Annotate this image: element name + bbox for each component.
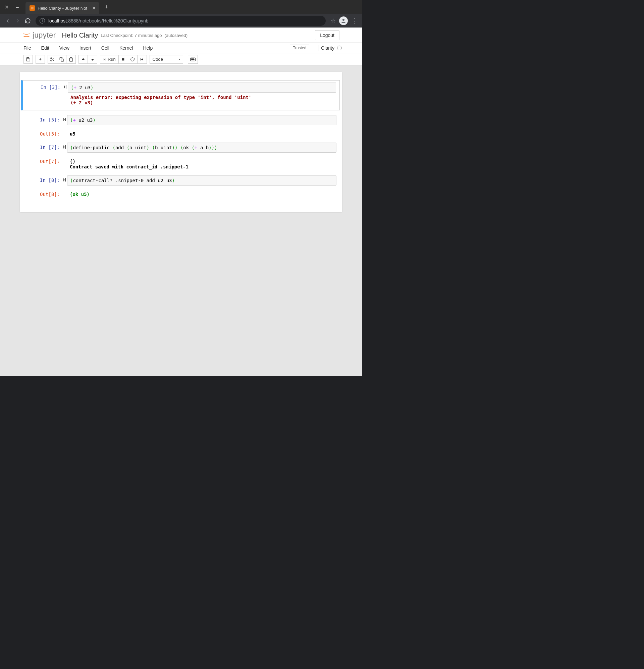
svg-line-7: [52, 58, 52, 59]
jupyter-logo-word: jupyter: [32, 31, 56, 40]
run-indicator-icon[interactable]: [63, 83, 68, 105]
run-button[interactable]: Run: [100, 55, 119, 64]
restart-run-all-button[interactable]: [138, 55, 147, 64]
interrupt-button[interactable]: [119, 55, 128, 64]
notebook-container: In [3]:(+ 2 u3)Analysis error: expecting…: [0, 66, 362, 218]
cell-output: u5: [67, 130, 337, 138]
browser-toolbar: i localhost:8888/notebooks/Hello%20Clari…: [0, 14, 362, 28]
jupyter-logo[interactable]: jupyter: [23, 31, 56, 40]
notebook: In [3]:(+ 2 u3)Analysis error: expecting…: [20, 72, 342, 212]
move-up-button[interactable]: [78, 55, 88, 64]
menu-cell[interactable]: Cell: [101, 45, 109, 51]
checkpoint-text: Last Checkpoint: 7 minutes ago: [101, 33, 162, 38]
url-host: localhost: [48, 18, 67, 24]
svg-rect-17: [66, 85, 67, 88]
code-input[interactable]: (define-public (add (a uint) (b uint)) (…: [67, 143, 337, 153]
run-indicator-icon[interactable]: [62, 115, 67, 125]
menu-kernel[interactable]: Kernel: [119, 45, 133, 51]
out-prompt: Out[7]:: [22, 157, 62, 171]
jupyter-logo-icon: [23, 31, 30, 39]
trusted-badge[interactable]: Trusted: [290, 45, 309, 51]
code-input[interactable]: (contract-call? .snippet-0 add u2 u3): [67, 175, 337, 186]
cut-button[interactable]: [48, 55, 57, 64]
error-output: Analysis error: expecting expression of …: [68, 92, 336, 105]
svg-line-6: [53, 60, 54, 61]
in-prompt: In [3]:: [23, 83, 63, 105]
paste-button[interactable]: [67, 55, 76, 64]
autosave-text: (autosaved): [164, 33, 187, 38]
run-label: Run: [108, 57, 116, 62]
jupyter-menubar: File Edit View Insert Cell Kernel Help T…: [0, 43, 362, 53]
save-button[interactable]: [24, 55, 33, 64]
page-content: jupyter Hello Clarity Last Checkpoint: 7…: [0, 28, 362, 376]
browser-menu-icon[interactable]: ⋮: [351, 17, 357, 25]
svg-rect-10: [105, 58, 105, 61]
copy-button[interactable]: [57, 55, 67, 64]
url-path: :8888/notebooks/Hello%20Clarity.ipynb: [67, 18, 148, 24]
tab-title: Hello Clarity - Jupyter Not: [38, 6, 89, 11]
svg-rect-15: [193, 59, 194, 59]
window-minimize-button[interactable]: –: [13, 2, 22, 12]
address-bar[interactable]: i localhost:8888/notebooks/Hello%20Clari…: [35, 16, 326, 26]
command-palette-button[interactable]: [188, 55, 198, 64]
svg-rect-19: [65, 145, 66, 148]
code-cell[interactable]: In [5]:(+ u2 u3): [22, 114, 340, 127]
tab-close-icon[interactable]: ✕: [92, 5, 96, 11]
svg-rect-13: [191, 59, 192, 59]
svg-rect-16: [191, 59, 194, 60]
restart-button[interactable]: [128, 55, 138, 64]
add-cell-button[interactable]: +: [35, 55, 45, 64]
in-prompt: In [8]:: [22, 175, 62, 186]
svg-rect-11: [122, 58, 125, 60]
svg-point-3: [51, 57, 52, 59]
code-input[interactable]: (+ 2 u3): [68, 83, 336, 92]
svg-rect-14: [192, 59, 193, 59]
code-cell[interactable]: In [3]:(+ 2 u3)Analysis error: expecting…: [21, 80, 340, 110]
window-close-button[interactable]: ✕: [2, 2, 11, 12]
kernel-indicator-icon[interactable]: [337, 46, 342, 50]
new-tab-button[interactable]: +: [101, 4, 111, 11]
bookmark-star-icon[interactable]: ☆: [330, 17, 336, 25]
menu-edit[interactable]: Edit: [41, 45, 49, 51]
reload-button[interactable]: [23, 16, 33, 26]
cell-output: ()Contract saved with contract_id .snipp…: [67, 157, 337, 171]
cell-type-select[interactable]: Code: [149, 55, 183, 64]
svg-rect-18: [65, 118, 66, 121]
run-indicator-icon[interactable]: [62, 143, 67, 153]
jupyter-toolbar: + Run: [0, 53, 362, 66]
svg-rect-9: [70, 57, 72, 58]
svg-rect-2: [27, 57, 29, 59]
move-down-button[interactable]: [88, 55, 97, 64]
menu-insert[interactable]: Insert: [80, 45, 91, 51]
notebook-title[interactable]: Hello Clarity: [62, 31, 98, 39]
logout-button[interactable]: Logout: [315, 30, 340, 40]
out-prompt: Out[5]:: [22, 130, 62, 138]
window-titlebar: ✕ – Hello Clarity - Jupyter Not ✕ +: [0, 0, 362, 14]
code-input[interactable]: (+ u2 u3): [67, 115, 337, 125]
cell-output: (ok u5): [67, 190, 337, 198]
site-info-icon[interactable]: i: [40, 18, 45, 24]
jupyter-header: jupyter Hello Clarity Last Checkpoint: 7…: [0, 28, 362, 43]
svg-rect-0: [31, 7, 33, 10]
run-indicator-icon[interactable]: [62, 175, 67, 186]
output-row: Out[7]:()Contract saved with contract_id…: [22, 157, 340, 171]
svg-point-1: [342, 19, 344, 21]
output-row: Out[5]:u5: [22, 130, 340, 138]
in-prompt: In [5]:: [22, 115, 62, 125]
svg-rect-20: [65, 178, 66, 182]
code-cell[interactable]: In [8]:(contract-call? .snippet-0 add u2…: [22, 174, 340, 187]
output-row: Out[8]:(ok u5): [22, 190, 340, 198]
menu-view[interactable]: View: [59, 45, 69, 51]
forward-button[interactable]: [13, 16, 23, 26]
kernel-name[interactable]: Clarity: [319, 45, 334, 51]
svg-rect-8: [61, 59, 64, 61]
code-cell[interactable]: In [7]:(define-public (add (a uint) (b u…: [22, 141, 340, 154]
menu-help[interactable]: Help: [143, 45, 153, 51]
svg-point-4: [51, 60, 52, 61]
in-prompt: In [7]:: [22, 143, 62, 153]
browser-tab[interactable]: Hello Clarity - Jupyter Not ✕: [26, 2, 99, 14]
menu-file[interactable]: File: [24, 45, 31, 51]
profile-avatar-icon[interactable]: [339, 16, 348, 25]
back-button[interactable]: [3, 16, 13, 26]
out-prompt: Out[8]:: [22, 190, 62, 198]
